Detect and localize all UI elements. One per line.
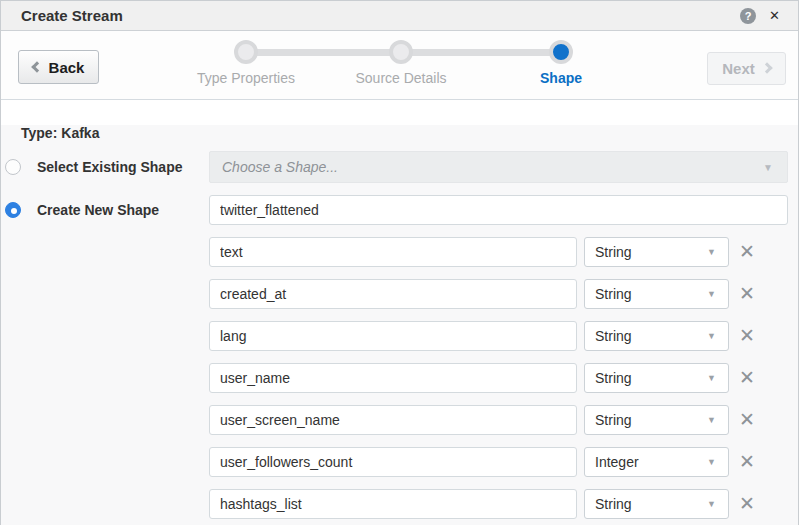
next-button-label: Next: [722, 60, 755, 77]
field-name-input[interactable]: [209, 279, 577, 309]
field-type-select[interactable]: String ▼: [584, 237, 729, 267]
remove-field-button[interactable]: ✕: [739, 363, 755, 393]
field-type-select[interactable]: String ▼: [584, 363, 729, 393]
step-label: Source Details: [355, 70, 446, 86]
field-type-select[interactable]: String ▼: [584, 405, 729, 435]
chevron-down-icon: ▼: [707, 247, 716, 257]
remove-field-button[interactable]: ✕: [739, 237, 755, 267]
type-label: Type:: [21, 125, 57, 141]
select-existing-shape-radio[interactable]: [5, 159, 21, 175]
field-type-select[interactable]: String ▼: [584, 321, 729, 351]
close-icon[interactable]: ✕: [769, 8, 780, 24]
select-existing-shape-label: Select Existing Shape: [37, 159, 209, 175]
dialog-title: Create Stream: [21, 7, 123, 24]
field-type-value: Integer: [595, 454, 639, 470]
create-new-shape-row: Create New Shape: [1, 195, 798, 225]
type-value: Kafka: [61, 125, 99, 141]
select-existing-shape-row: Select Existing Shape Choose a Shape... …: [1, 151, 798, 183]
field-type-value: String: [595, 370, 632, 386]
field-type-select[interactable]: Integer ▼: [584, 447, 729, 477]
stream-type-line: Type:Kafka: [21, 125, 798, 141]
field-type-value: String: [595, 328, 632, 344]
wizard-bar: Back Type Properties Source Details Shap…: [1, 31, 798, 100]
remove-field-button[interactable]: ✕: [739, 321, 755, 351]
field-type-select[interactable]: String ▼: [584, 489, 729, 519]
field-type-value: String: [595, 244, 632, 260]
step-label: Type Properties: [197, 70, 295, 86]
step-dot: [389, 40, 413, 64]
chevron-left-icon: [31, 61, 42, 72]
create-new-shape-radio[interactable]: [5, 202, 21, 218]
chevron-down-icon: ▼: [707, 289, 716, 299]
shape-name-input[interactable]: [209, 195, 788, 225]
shape-field-row: String ▼ ✕: [209, 321, 798, 351]
chevron-down-icon: ▼: [707, 415, 716, 425]
field-list: String ▼ ✕ String ▼ ✕ String ▼ ✕ String …: [209, 237, 798, 519]
help-icon[interactable]: ?: [740, 8, 756, 24]
field-name-input[interactable]: [209, 405, 577, 435]
field-type-value: String: [595, 286, 632, 302]
remove-field-button[interactable]: ✕: [739, 447, 755, 477]
field-name-input[interactable]: [209, 447, 577, 477]
remove-field-button[interactable]: ✕: [739, 405, 755, 435]
field-name-input[interactable]: [209, 237, 577, 267]
shape-field-row: String ▼ ✕: [209, 489, 798, 519]
chevron-down-icon: ▼: [763, 162, 773, 173]
chevron-down-icon: ▼: [707, 331, 716, 341]
existing-shape-select: Choose a Shape... ▼: [209, 151, 788, 183]
remove-field-button[interactable]: ✕: [739, 279, 755, 309]
remove-field-button[interactable]: ✕: [739, 489, 755, 519]
next-button[interactable]: Next: [707, 52, 786, 85]
chevron-down-icon: ▼: [707, 499, 716, 509]
shape-field-row: String ▼ ✕: [209, 363, 798, 393]
back-button-label: Back: [49, 59, 85, 76]
step-dot: [549, 40, 573, 64]
step-label: Shape: [540, 70, 582, 86]
dialog-titlebar: Create Stream ? ✕: [1, 1, 798, 31]
shape-form: Type:Kafka Select Existing Shape Choose …: [1, 125, 798, 525]
field-name-input[interactable]: [209, 321, 577, 351]
existing-shape-placeholder: Choose a Shape...: [222, 159, 338, 175]
shape-field-row: String ▼ ✕: [209, 279, 798, 309]
back-button[interactable]: Back: [18, 50, 99, 84]
chevron-right-icon: [761, 62, 772, 73]
field-type-value: String: [595, 412, 632, 428]
shape-field-row: String ▼ ✕: [209, 237, 798, 267]
field-name-input[interactable]: [209, 363, 577, 393]
shape-field-row: String ▼ ✕: [209, 405, 798, 435]
create-stream-dialog: Create Stream ? ✕ Back Type Properties S…: [0, 0, 799, 525]
shape-field-row: Integer ▼ ✕: [209, 447, 798, 477]
field-name-input[interactable]: [209, 489, 577, 519]
create-new-shape-label: Create New Shape: [37, 202, 209, 218]
step-dot: [234, 40, 258, 64]
field-type-value: String: [595, 496, 632, 512]
field-type-select[interactable]: String ▼: [584, 279, 729, 309]
chevron-down-icon: ▼: [707, 373, 716, 383]
chevron-down-icon: ▼: [707, 457, 716, 467]
